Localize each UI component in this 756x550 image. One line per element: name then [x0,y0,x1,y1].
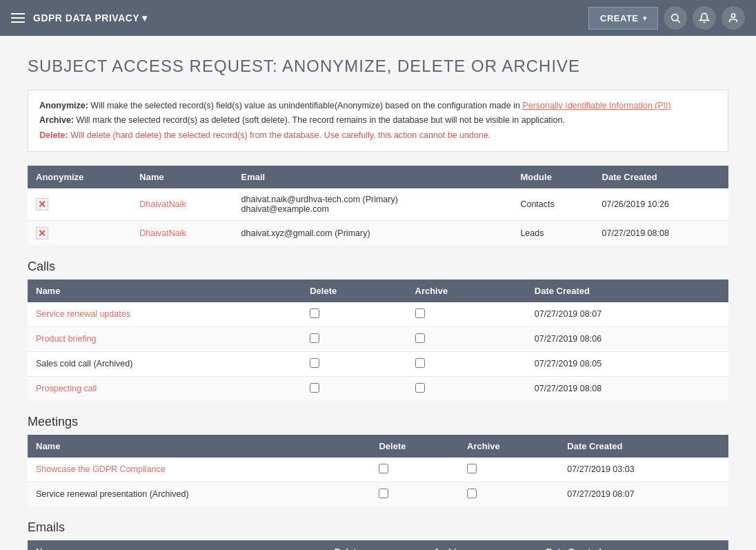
delete-checkbox[interactable] [310,333,319,343]
lead-link[interactable]: DhaivatNaik [139,228,186,238]
module-cell: Leads [512,220,593,246]
svg-point-2 [731,14,735,17]
anonymize-label: Anonymize: [39,101,88,110]
svg-line-1 [677,20,679,22]
col-delete: Delete [301,279,406,302]
archive-cell [459,458,559,482]
col-name: Name [28,435,370,458]
date-cell: 07/27/2019 08:07 [526,302,728,327]
archived-badge: (Archived) [93,359,132,369]
col-archive: Archive [459,435,559,458]
meeting-link[interactable]: Showcase the GDPR Compliance [36,464,166,474]
main-content: SUBJECT ACCESS REQUEST: ANONYMIZE, DELET… [0,36,756,550]
svg-point-0 [672,14,678,21]
date-cell: 07/27/2019 08:06 [526,326,728,351]
app-title-arrow: ▾ [142,12,148,23]
module-cell: Contacts [512,188,593,221]
archive-checkbox[interactable] [415,358,425,368]
hamburger-menu[interactable] [11,13,25,23]
name-cell: DhaivatNaik [131,188,232,221]
delete-label: Delete: [39,130,68,140]
x-mark-icon[interactable]: ✕ [36,198,48,210]
archive-label: Archive: [39,115,74,125]
call-name-static: Sales cold call [36,359,91,369]
date-cell: 07/26/2019 10:26 [594,188,728,221]
anonymize-checkbox-cell: ✕ [28,220,131,246]
pii-link[interactable]: Personally Identifiable Information (PII… [522,101,670,110]
calls-section-title: Calls [28,259,728,274]
email-cell: dhaivat.xyz@gmail.com (Primary) [233,220,513,246]
page-title: SUBJECT ACCESS REQUEST: ANONYMIZE, DELET… [28,57,728,76]
col-anonymize: Anonymize [28,166,131,188]
call-link[interactable]: Product briefing [36,334,97,344]
info-box: Anonymize: Will make the selected record… [28,90,728,152]
archive-checkbox[interactable] [467,489,477,498]
col-archive: Archive [425,540,537,550]
delete-info: Delete: Will delete (hard delete) the se… [39,128,717,143]
name-cell: DhaivatNaik [131,220,232,246]
meetings-table-header: Name Delete Archive Date Created [28,435,728,458]
anonymize-checkbox-cell: ✕ [28,188,131,221]
table-row: ✕ DhaivatNaik dhaivat.xyz@gmail.com (Pri… [28,220,728,246]
contact-link[interactable]: DhaivatNaik [139,199,186,209]
delete-cell [301,302,406,327]
delete-checkbox[interactable] [379,489,388,498]
delete-checkbox[interactable] [379,464,388,473]
anonymize-table: Anonymize Name Email Module Date Created… [28,166,728,246]
x-mark-icon[interactable]: ✕ [36,227,48,239]
archive-checkbox[interactable] [415,308,425,318]
archive-checkbox[interactable] [467,464,477,473]
header-right: CREATE ▾ [588,6,745,30]
archive-cell [407,351,526,376]
search-icon[interactable] [664,6,687,30]
create-button-label: CREATE [600,13,638,23]
delete-checkbox[interactable] [310,383,319,393]
calls-table-header: Name Delete Archive Date Created [28,279,728,302]
archive-cell [407,376,526,401]
delete-cell [301,351,406,376]
col-name: Name [131,166,232,188]
calls-table: Name Delete Archive Date Created Service… [28,279,728,401]
anonymize-table-header: Anonymize Name Email Module Date Created [28,166,728,188]
header-left: GDPR DATA PRIVACY ▾ [11,12,148,23]
archive-checkbox[interactable] [415,333,425,343]
table-row: Service renewal presentation (Archived) … [28,482,728,507]
email-cell: dhaivat.naik@urdhva-tech.com (Primary) d… [233,188,513,221]
col-email: Email [233,166,513,188]
call-link[interactable]: Service renewal updates [36,309,130,319]
col-module: Module [512,166,593,188]
archive-cell [407,326,526,351]
table-row: Service renewal updates 07/27/2019 08:07 [28,302,728,327]
notifications-icon[interactable] [693,6,716,30]
name-cell: Product briefing [28,326,301,351]
date-cell: 07/27/2019 03:03 [559,458,728,482]
archive-cell [407,302,526,327]
name-cell: Service renewal presentation (Archived) [28,482,370,507]
delete-checkbox[interactable] [310,358,319,368]
col-archive: Archive [407,279,526,302]
archive-checkbox[interactable] [415,383,425,393]
create-button[interactable]: CREATE ▾ [588,7,658,30]
delete-cell [301,376,406,401]
date-cell: 07/27/2019 08:05 [526,351,728,376]
col-date-created: Date Created [594,166,728,188]
table-row: Product briefing 07/27/2019 08:06 [28,326,728,351]
archived-badge: (Archived) [150,489,189,499]
col-delete: Delete [326,540,426,550]
app-title: GDPR DATA PRIVACY ▾ [33,12,148,23]
delete-text: Will delete (hard delete) the selected r… [70,130,490,140]
name-cell: Sales cold call (Archived) [28,351,301,376]
email-primary: dhaivat.xyz@gmail.com (Primary) [241,228,504,238]
delete-cell [301,326,406,351]
archive-info: Archive: Will mark the selected record(s… [39,113,717,128]
emails-table-header: Name Delete Archive Date Created [28,540,728,550]
table-row: Showcase the GDPR Compliance 07/27/2019 … [28,458,728,482]
user-icon[interactable] [722,6,745,30]
call-link[interactable]: Prospecting call [36,384,97,393]
col-date-created: Date Created [538,540,728,550]
date-cell: 07/27/2019 08:07 [559,482,728,507]
col-date-created: Date Created [526,279,728,302]
delete-cell [370,458,459,482]
delete-checkbox[interactable] [310,308,319,318]
col-delete: Delete [370,435,459,458]
